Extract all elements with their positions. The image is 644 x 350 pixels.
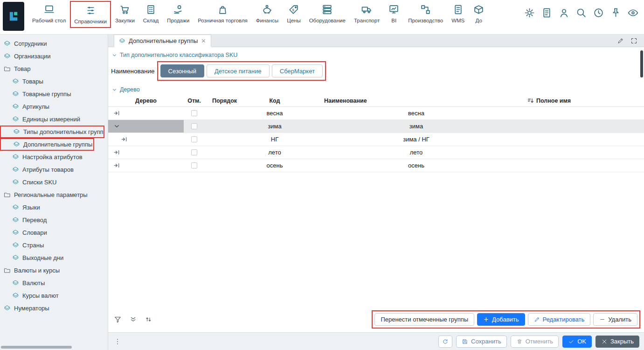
table-row[interactable]: весна весна [108, 107, 644, 120]
user-button[interactable] [556, 4, 571, 21]
ok-button[interactable]: OK [562, 336, 592, 348]
header-order[interactable]: Порядок [205, 95, 244, 106]
table-row[interactable]: лето лето [108, 146, 644, 159]
row-checkbox[interactable] [191, 136, 197, 142]
header-code[interactable]: Код [244, 95, 305, 106]
sidebar-item-attribute-settings[interactable]: Настройка атрибутов [0, 151, 108, 163]
sidebar-folder-product[interactable]: Товар [0, 63, 108, 75]
section-tree-header[interactable]: Дерево [108, 82, 644, 95]
topnav-item-equipment[interactable]: Оборудование [305, 0, 350, 23]
row-checkbox[interactable] [191, 110, 197, 116]
sidebar-item-products[interactable]: Товары [0, 75, 108, 88]
expand-icon[interactable] [121, 136, 127, 142]
close-button[interactable]: Закрыть [596, 336, 639, 348]
topnav-item-delivery[interactable]: До [469, 0, 489, 23]
section-classifier-header[interactable]: Тип дополнительного классификатора SKU [108, 47, 644, 60]
sidebar-item-label: Типы дополнительных групп [23, 128, 103, 135]
app-logo[interactable] [3, 2, 24, 31]
sidebar-item-holidays[interactable]: Выходные дни [0, 252, 108, 264]
sidebar-item-product-attributes[interactable]: Атрибуты товаров [0, 163, 108, 176]
sidebar-item-units[interactable]: Единицы измерений [0, 113, 108, 126]
clock-icon [593, 7, 604, 19]
sidebar-item-sku-lists[interactable]: Списки SKU [0, 176, 108, 189]
header-full-name[interactable]: Полное имя [527, 95, 644, 106]
tag-icon [12, 91, 19, 98]
row-checkbox[interactable] [191, 123, 197, 129]
segment-baby-food[interactable]: Детское питание [207, 64, 270, 77]
topnav-item-finance[interactable]: Финансы [252, 0, 283, 23]
header-mark[interactable]: Отм. [184, 95, 205, 106]
table-row[interactable]: НГ зима / НГ [108, 133, 644, 146]
expand-icon[interactable] [114, 149, 120, 155]
sidebar-item-employees[interactable]: Сотрудники [0, 37, 108, 50]
refresh-button[interactable] [438, 336, 452, 348]
sidebar-folder-regional-params[interactable]: Региональные параметры [0, 189, 108, 201]
settings-gear-button[interactable] [522, 4, 537, 21]
tag-icon [13, 141, 20, 148]
topnav-item-prices[interactable]: Цены [283, 0, 305, 23]
filter-icon[interactable] [114, 315, 122, 323]
sort-up-down-icon[interactable] [145, 315, 152, 323]
sidebar-item-articles[interactable]: Артикулы [0, 100, 108, 113]
topnav-item-production[interactable]: Производство [404, 0, 447, 23]
tab-additional-groups[interactable]: Дополнительные группы [114, 35, 211, 47]
drag-handle-dots-icon[interactable] [114, 338, 121, 345]
sidebar-horizontal-scrollbar[interactable] [1, 346, 72, 349]
sidebar-item-numerators[interactable]: Нумераторы [0, 302, 108, 315]
delete-button[interactable]: Удалить [593, 313, 637, 326]
code-cell: НГ [244, 133, 305, 146]
topnav-item-retail[interactable]: Розничная торговля [194, 0, 252, 23]
sidebar-item-additional-group-types[interactable]: Типы дополнительных групп [0, 126, 104, 138]
sidebar-item-currency-rates[interactable]: Курсы валют [0, 289, 108, 302]
topnav-item-warehouse[interactable]: Склад [139, 0, 163, 23]
sidebar-item-dictionaries[interactable]: Словари [0, 226, 108, 239]
report-button[interactable] [539, 4, 554, 21]
sidebar-item-product-groups[interactable]: Товарные группы [0, 88, 108, 100]
sidebar-item-label: Нумераторы [14, 305, 49, 312]
status-bar-buttons: Сохранить Отменить OK Закрыть [438, 336, 639, 348]
edit-button[interactable]: Редактировать [528, 313, 591, 326]
sidebar-item-countries[interactable]: Страны [0, 239, 108, 252]
segment-seasonal[interactable]: Сезонный [160, 64, 204, 77]
sidebar-item-additional-groups[interactable]: Дополнительные группы [0, 138, 94, 151]
cancel-button[interactable]: Отменить [511, 336, 559, 348]
table-row-selected[interactable]: зима зима [108, 120, 644, 133]
save-button[interactable]: Сохранить [456, 336, 507, 348]
add-button[interactable]: Добавить [477, 313, 525, 326]
tab-close-icon[interactable] [201, 38, 206, 43]
form-panel: Тип дополнительного классификатора SKU Н… [108, 47, 644, 332]
sidebar-folder-currencies-rates[interactable]: Валюты и курсы [0, 264, 108, 277]
sidebar-item-translation[interactable]: Перевод [0, 214, 108, 226]
edit-pencil-icon[interactable] [617, 37, 624, 44]
topnav-item-sales[interactable]: Продажи [163, 0, 194, 23]
vertical-scrollbar[interactable] [640, 50, 643, 77]
header-tree[interactable]: Дерево [108, 95, 184, 106]
visibility-button[interactable] [625, 4, 640, 21]
row-checkbox[interactable] [191, 162, 197, 168]
table-row[interactable]: осень осень [108, 159, 644, 172]
expand-icon[interactable] [114, 162, 120, 168]
move-marked-groups-button[interactable]: Перенести отмеченные группы [374, 313, 474, 326]
pin-button[interactable] [608, 4, 623, 21]
fullscreen-icon[interactable] [630, 37, 637, 44]
sidebar-item-label: Страны [22, 242, 44, 249]
desktop-icon [43, 4, 55, 15]
topnav-item-desktop[interactable]: Рабочий стол [28, 0, 70, 23]
topnav-item-transport[interactable]: Транспорт [350, 0, 384, 23]
history-button[interactable] [591, 4, 606, 21]
row-checkbox[interactable] [191, 149, 197, 155]
topnav-item-purchases[interactable]: Закупки [111, 0, 139, 23]
topnav-label: Продажи [167, 18, 189, 23]
header-name[interactable]: Наименование [305, 95, 527, 106]
sidebar-item-languages[interactable]: Языки [0, 201, 108, 214]
sidebar-item-organizations[interactable]: Организации [0, 50, 108, 63]
sidebar-item-currencies[interactable]: Валюты [0, 277, 108, 289]
search-button[interactable] [574, 4, 589, 21]
collapse-icon[interactable] [114, 123, 120, 129]
double-chevron-down-icon[interactable] [129, 315, 137, 323]
topnav-item-bi[interactable]: BI [384, 0, 404, 23]
expand-icon[interactable] [114, 110, 120, 116]
segment-sbermarket[interactable]: СберМаркет [272, 64, 323, 77]
topnav-item-directories[interactable]: Справочники [70, 1, 111, 28]
topnav-item-wms[interactable]: WMS [447, 0, 469, 23]
